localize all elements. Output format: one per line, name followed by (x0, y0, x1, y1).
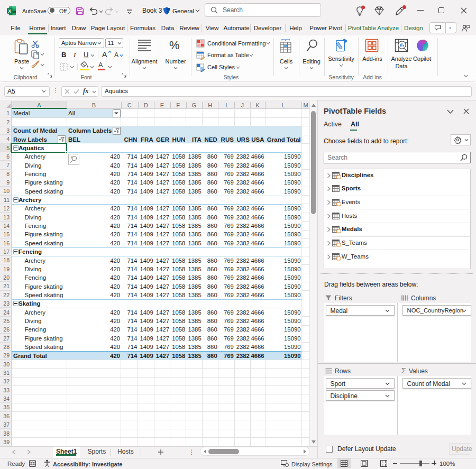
svg-text:X: X (8, 8, 11, 14)
